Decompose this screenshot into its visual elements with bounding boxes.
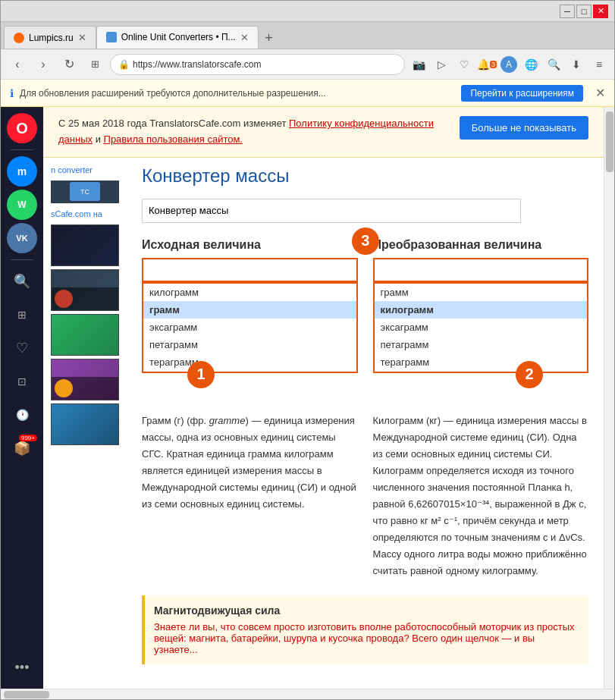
tab-close-1[interactable]: ✕ — [78, 32, 86, 43]
notice-dismiss-button[interactable]: Больше не показывать — [460, 116, 588, 140]
source-option-5[interactable]: гигаграмм — [143, 371, 356, 373]
avatar-icon[interactable]: A — [500, 56, 517, 73]
left-panel: n converter TC sCafe.com на — [43, 158, 127, 672]
play-icon[interactable]: ▷ — [432, 55, 450, 74]
badge-1: 1 — [187, 361, 215, 388]
main-layout: n converter TC sCafe.com на — [43, 158, 604, 672]
result-dropdown: грамм килограмм эксаграмм петаграмм тера… — [373, 282, 589, 373]
sidebar-search-icon[interactable]: 🔍 — [7, 266, 37, 297]
source-option-2[interactable]: эксаграмм — [143, 319, 356, 336]
result-option-2[interactable]: эксаграмм — [375, 319, 588, 336]
bottom-section-title: Магнитодвижущая сила — [154, 604, 579, 617]
result-option-5[interactable]: гигаграмм — [375, 371, 588, 373]
source-option-0[interactable]: килограмм — [143, 284, 356, 301]
result-column: Преобразованная величина грамм килограмм… — [373, 238, 589, 373]
tab-lumpics[interactable]: Lumpics.ru ✕ — [4, 26, 96, 49]
search-input[interactable] — [142, 199, 521, 223]
source-dropdown: килограмм грамм эксаграмм петаграмм тера… — [142, 282, 358, 373]
logo-box: TC — [51, 180, 119, 203]
h-scrollbar-thumb[interactable] — [4, 691, 49, 698]
left-panel-thumbnails — [51, 224, 119, 445]
thumb-5 — [51, 403, 119, 445]
sidebar-heart-icon[interactable]: ♡ — [7, 333, 37, 363]
maximize-button[interactable]: □ — [576, 5, 591, 18]
page-title: Конвертер массы — [142, 165, 588, 187]
bottom-section: Магнитодвижущая сила Знаете ли вы, что с… — [142, 595, 588, 664]
zoom-icon[interactable]: 🔍 — [544, 55, 563, 74]
sidebar-extensions-icon[interactable]: 📦 999+ — [7, 433, 37, 463]
nav-bar: ‹ › ↻ ⊞ 🔒 https://www.translatorscafe.co… — [1, 49, 614, 80]
source-input[interactable] — [142, 258, 358, 282]
close-button[interactable]: ✕ — [593, 5, 608, 18]
info-bar-close-icon[interactable]: ✕ — [595, 86, 605, 100]
content-area: O m W VK 🔍 ⊞ ♡ ⊡ 🕐 📦 999+ ••• Больше не … — [1, 107, 614, 689]
sidebar-apps-icon[interactable]: ⊞ — [7, 300, 37, 330]
extensions-badge: 999+ — [19, 435, 37, 441]
result-option-0[interactable]: грамм — [375, 284, 588, 301]
info-bar: ℹ Для обновления расширений требуются до… — [1, 80, 614, 107]
source-label: Исходная величина — [142, 238, 358, 252]
result-input[interactable] — [373, 258, 589, 282]
minimize-button[interactable]: ─ — [560, 5, 575, 18]
back-button[interactable]: ‹ — [7, 54, 28, 75]
forward-button[interactable]: › — [33, 54, 54, 75]
opera-logo[interactable]: O — [7, 113, 37, 143]
source-option-4[interactable]: тераграмм — [143, 353, 356, 371]
new-tab-button[interactable]: + — [259, 27, 280, 49]
tab-label-2: Online Unit Converters • П... — [121, 32, 236, 42]
badge-3: 3 — [352, 228, 379, 255]
globe-icon[interactable]: 🌐 — [522, 55, 540, 74]
tab-close-2[interactable]: ✕ — [240, 32, 249, 43]
tab-favicon-1 — [14, 33, 24, 43]
right-content: Конвертер массы 3 Исходная величина — [127, 158, 604, 672]
source-column: Исходная величина килограмм грамм эксагр… — [142, 238, 358, 373]
h-scrollbar[interactable] — [1, 689, 614, 699]
result-label: Преобразованная величина — [373, 238, 589, 252]
apps-button[interactable]: ⊞ — [84, 54, 105, 75]
tab-label-1: Lumpics.ru — [29, 33, 74, 43]
heart-nav-icon[interactable]: ♡ — [455, 55, 473, 74]
source-option-1[interactable]: грамм — [143, 301, 356, 319]
scrollbar-track[interactable] — [604, 107, 614, 689]
desc-gram: Грамм (г) (фр. gramme) — единица измерен… — [142, 413, 358, 580]
sidebar-bookmarks-icon[interactable]: ⊡ — [7, 366, 37, 397]
download-icon[interactable]: ⬇ — [567, 55, 585, 74]
camera-icon[interactable]: 📷 — [409, 55, 428, 74]
tab-favicon-2 — [106, 32, 117, 42]
sidebar-history-icon[interactable]: 🕐 — [7, 400, 37, 430]
thumb-2 — [51, 269, 119, 311]
left-panel-link-2[interactable]: sCafe.com на — [51, 209, 119, 218]
sidebar-divider-1 — [11, 149, 33, 150]
refresh-button[interactable]: ↻ — [58, 54, 80, 75]
notice-text-before: С 25 мая 2018 года TranslatorsCafe.com и… — [58, 118, 289, 129]
notice-link-2[interactable]: Правила пользования сайтом. — [104, 133, 243, 145]
menu-icon[interactable]: ≡ — [590, 55, 608, 74]
scrollbar-thumb[interactable] — [606, 111, 613, 172]
tab-converters[interactable]: Online Unit Converters • П... ✕ — [96, 26, 259, 49]
sidebar-vk-icon[interactable]: VK — [7, 223, 37, 253]
left-panel-link-1[interactable]: n converter — [51, 165, 119, 174]
sidebar-divider-2 — [11, 259, 33, 260]
sidebar-messenger-icon[interactable]: m — [7, 156, 37, 187]
badge-2: 2 — [516, 361, 543, 388]
opera-sidebar: O m W VK 🔍 ⊞ ♡ ⊡ 🕐 📦 999+ ••• — [1, 107, 43, 689]
sidebar-more-icon[interactable]: ••• — [7, 652, 37, 683]
tab-bar: Lumpics.ru ✕ Online Unit Converters • П.… — [1, 22, 614, 49]
result-option-1[interactable]: килограмм — [375, 301, 588, 319]
notice-text-mid: и — [96, 133, 104, 145]
desc-gram-text-after: ) — единица измерения массы, одна из осн… — [142, 415, 356, 510]
info-bar-action-button[interactable]: Перейти к расширениям — [461, 85, 583, 102]
result-option-4[interactable]: тераграмм — [375, 353, 588, 371]
sidebar-whatsapp-icon[interactable]: W — [7, 190, 37, 220]
desc-kg: Килограмм (кг) — единица измерения массы… — [373, 413, 589, 580]
notifications-icon[interactable]: 🔔3 — [478, 55, 496, 74]
thumb-3 — [51, 314, 119, 356]
source-option-3[interactable]: петаграмм — [143, 336, 356, 353]
thumb-1 — [51, 224, 119, 266]
result-option-3[interactable]: петаграмм — [375, 336, 588, 353]
descriptions-row: Грамм (г) (фр. gramme) — единица измерен… — [142, 403, 588, 580]
desc-gram-italic: gramme — [209, 415, 246, 426]
address-bar[interactable]: 🔒 https://www.translatorscafe.com — [110, 54, 405, 75]
info-icon: ℹ — [10, 87, 14, 99]
bottom-link[interactable]: Знаете ли вы, что совсем просто изготови… — [154, 621, 575, 655]
